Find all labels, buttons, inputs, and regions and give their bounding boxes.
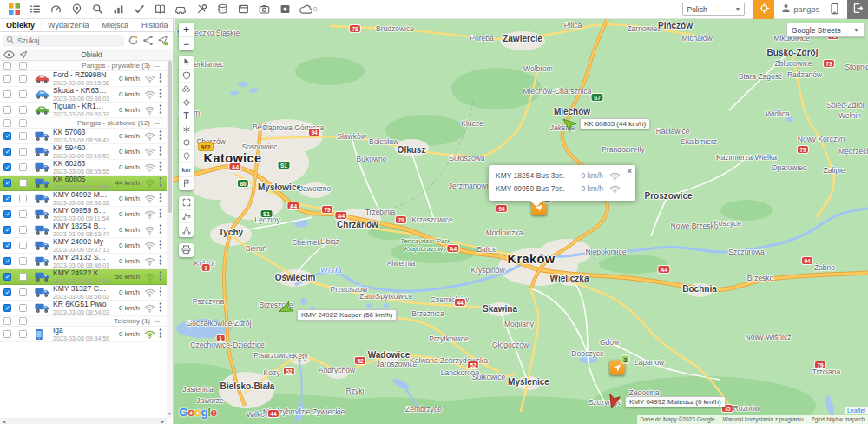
row-menu-dots[interactable] <box>156 223 165 236</box>
list-item[interactable]: KMY 24922 Kacper2023-03-08 09:44:5456 km… <box>0 269 167 285</box>
follow-checkbox[interactable] <box>19 257 27 265</box>
visibility-checkbox[interactable] <box>3 163 11 171</box>
checkmark-icon[interactable] <box>128 0 149 19</box>
book-icon[interactable] <box>149 0 170 19</box>
follow-checkbox[interactable] <box>19 288 27 296</box>
binoculars-tool[interactable] <box>179 83 194 96</box>
locate-button[interactable] <box>753 0 774 19</box>
circle-tool[interactable] <box>179 136 194 150</box>
collapse-icon[interactable]: – <box>150 62 164 70</box>
follow-checkbox[interactable] <box>19 226 27 234</box>
vehicle-map-label[interactable]: KMY 24922 Kacper (56 km/h) <box>297 309 397 321</box>
row-menu-dots[interactable] <box>156 301 165 315</box>
row-menu-dots[interactable] <box>156 208 165 221</box>
tab-historia[interactable]: Historia <box>135 19 175 31</box>
vehicle-marker[interactable]: 2 <box>610 361 625 375</box>
scroll-down-arrow[interactable]: ▼ <box>167 410 173 418</box>
list-item[interactable]: KMY 04992 Mateusz2023-03-08 09:36:520 km… <box>0 191 167 207</box>
vertical-scrollbar[interactable]: ▼ <box>167 61 173 418</box>
follow-checkbox[interactable] <box>19 210 27 218</box>
tab-obiekty[interactable]: Obiekty <box>0 19 42 31</box>
cluster-marker[interactable]: 2 <box>610 361 625 375</box>
row-menu-dots[interactable] <box>156 328 165 341</box>
group-visibility-checkbox[interactable] <box>3 317 11 325</box>
list-item[interactable]: KR 6KG51 Piwo2023-03-08 08:54:030 km/h <box>0 301 167 316</box>
fullscreen-tool[interactable] <box>179 196 194 210</box>
follow-checkbox[interactable] <box>19 75 27 83</box>
visibility-checkbox[interactable] <box>3 75 11 83</box>
send-button[interactable] <box>155 34 170 48</box>
row-menu-dots[interactable] <box>156 239 165 252</box>
visibility-checkbox[interactable] <box>3 195 11 202</box>
share-button[interactable] <box>141 34 155 48</box>
list-item[interactable]: KMY 09959 Bus 7os.2023-03-08 09:11:540 k… <box>0 207 167 222</box>
window-icon[interactable] <box>233 0 253 19</box>
column-header-object[interactable]: Obiekt <box>35 50 148 59</box>
row-menu-dots[interactable] <box>156 145 165 158</box>
group-header[interactable]: Telefony (1)– <box>0 316 167 327</box>
list-item[interactable]: KMY 24132 Seba2023-03-08 08:46:010 km/h <box>0 254 167 269</box>
map-layer-select[interactable]: Google Streets ▼ <box>786 23 865 37</box>
group-header[interactable]: Pangps - prywatne (3)– <box>0 61 167 71</box>
zoom-out-button[interactable]: − <box>179 36 194 50</box>
follow-checkbox[interactable] <box>19 195 27 202</box>
user-menu[interactable]: pangps <box>774 3 826 15</box>
camera-icon[interactable] <box>253 0 274 19</box>
follow-checkbox[interactable] <box>19 148 27 156</box>
visibility-checkbox[interactable] <box>3 273 11 281</box>
flag-tool[interactable] <box>179 177 194 191</box>
vehicle-map-label[interactable]: KMY 04992 Mateusz (0 km/h) <box>625 396 726 407</box>
visibility-checkbox[interactable] <box>3 288 11 296</box>
list-item[interactable]: KMY 24092 My2023-03-08 09:37:130 km/h <box>0 238 167 254</box>
follow-checkbox[interactable] <box>19 163 27 171</box>
follow-checkbox[interactable] <box>19 330 27 338</box>
attribution-terms[interactable]: Warunki korzystania z programu <box>723 416 804 422</box>
language-select[interactable]: Polish ▼ <box>682 3 745 16</box>
car-icon[interactable] <box>170 0 191 19</box>
visibility-checkbox[interactable] <box>3 179 11 187</box>
logout-button[interactable] <box>847 0 868 19</box>
ruler-km-tool[interactable]: km <box>179 163 194 177</box>
list-item[interactable]: Ford - RZ9998N2023-03-08 09:15:380 km/h <box>0 71 167 87</box>
crosshair-tool[interactable] <box>179 96 194 110</box>
visibility-checkbox[interactable] <box>3 257 11 265</box>
database-icon[interactable] <box>212 0 233 19</box>
rotate-button[interactable] <box>126 34 141 48</box>
tab-miejsca[interactable]: Miejsca <box>95 19 135 31</box>
row-menu-dots[interactable] <box>156 161 165 174</box>
row-menu-dots[interactable] <box>156 255 165 268</box>
follow-checkbox[interactable] <box>19 132 27 140</box>
group-follow-checkbox[interactable] <box>19 119 27 127</box>
visibility-checkbox[interactable] <box>3 330 11 338</box>
horizontal-scrollbar[interactable]: ◀▶ <box>0 418 167 424</box>
visibility-checkbox[interactable] <box>3 90 11 98</box>
logo-icon[interactable] <box>3 0 24 19</box>
mobile-app-button[interactable] <box>826 0 842 19</box>
visibility-checkbox[interactable] <box>3 304 11 312</box>
printer-tool[interactable] <box>179 243 194 257</box>
asterisk-tool[interactable] <box>179 123 194 137</box>
group-header[interactable]: Pangps - służbowe (12)– <box>0 118 167 129</box>
group-visibility-checkbox[interactable] <box>3 119 11 127</box>
visibility-checkbox[interactable] <box>3 226 11 234</box>
wrench-icon[interactable] <box>191 0 212 19</box>
cursor-tool[interactable] <box>179 56 194 70</box>
vehicle-map-label[interactable]: KK 60805 (44 km/h) <box>580 118 650 129</box>
collapse-icon[interactable]: – <box>150 317 164 326</box>
follow-checkbox[interactable] <box>19 106 27 114</box>
close-icon[interactable]: × <box>628 167 632 176</box>
list-item[interactable]: Iga2023-03-08 09:34:590 km/h <box>0 327 167 342</box>
visibility-checkbox[interactable] <box>3 242 11 249</box>
attribution-report[interactable]: Zgłoś błąd w mapach <box>812 416 865 422</box>
row-menu-dots[interactable] <box>156 88 165 101</box>
search-input[interactable] <box>17 36 121 45</box>
follow-checkbox[interactable] <box>19 273 27 281</box>
tab-wydarzenia[interactable]: Wydarzenia <box>42 19 95 31</box>
zoom-in-button[interactable]: + <box>179 23 194 36</box>
list-item[interactable]: KMY 31327 Combo Pat...2023-03-08 08:56:0… <box>0 285 167 301</box>
text-tool[interactable]: T <box>179 109 194 123</box>
map-pin-icon[interactable] <box>66 0 87 19</box>
list-icon[interactable] <box>24 0 45 19</box>
row-menu-dots[interactable] <box>156 192 165 205</box>
scroll-right-arrow[interactable]: ▶ <box>159 419 167 424</box>
